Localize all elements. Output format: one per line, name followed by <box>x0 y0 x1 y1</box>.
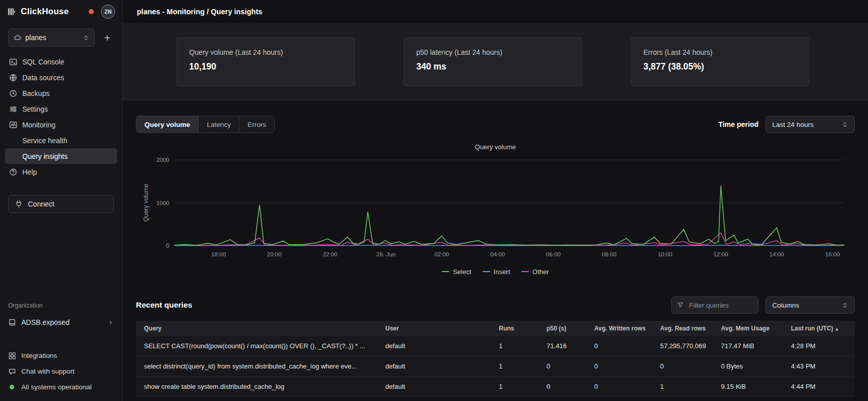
table-row[interactable]: SELECT CAST(round(pow(count() / max(coun… <box>136 336 855 356</box>
nav-label: Service health <box>22 137 67 145</box>
column-header[interactable]: Avg. Read rows <box>655 325 716 332</box>
column-header[interactable]: User <box>380 325 494 332</box>
time-period-value: Last 24 hours <box>772 121 814 128</box>
add-service-button[interactable] <box>100 30 114 45</box>
workspace-selector[interactable]: planes <box>8 28 95 47</box>
sidebar: ClickHouse ZN planes <box>0 0 123 401</box>
svg-text:14:00: 14:00 <box>769 251 784 257</box>
svg-text:0: 0 <box>166 243 169 249</box>
svg-text:Query volume: Query volume <box>142 184 150 222</box>
tab-errors[interactable]: Errors <box>239 116 274 132</box>
cell: 0 <box>589 342 655 350</box>
brand-name: ClickHouse <box>21 7 69 17</box>
sidebar-item-query-insights[interactable]: Query insights <box>5 148 117 164</box>
stat-value: 340 ms <box>416 61 569 72</box>
nav-label: Query insights <box>22 152 67 160</box>
column-header[interactable]: Query <box>136 325 380 332</box>
svg-text:20:00: 20:00 <box>267 251 282 257</box>
stats-band: Query volume (Last 24 hours) 10,190 p50 … <box>123 23 868 101</box>
integrations-item[interactable]: Integrations <box>0 348 122 363</box>
recent-queries-table: QueryUserRunsp50 (s)Avg. Written rowsAvg… <box>136 321 855 397</box>
legend-item[interactable]: Insert <box>483 267 511 276</box>
cell: default <box>380 342 494 350</box>
svg-text:06:00: 06:00 <box>546 251 561 257</box>
sidebar-item-sql-console[interactable]: SQL Console <box>5 54 117 70</box>
chat-support-item[interactable]: Chat with support <box>0 363 122 379</box>
cell-query: SELECT CAST(round(pow(count() / max(coun… <box>136 342 380 350</box>
sidebar-item-help[interactable]: Help <box>5 164 117 180</box>
clock-icon <box>9 89 17 97</box>
chart-title: Query volume <box>136 143 855 151</box>
legend-label: Insert <box>494 268 511 276</box>
cell: 0 <box>541 383 589 390</box>
columns-select[interactable]: Columns <box>766 296 855 314</box>
connect-label: Connect <box>28 200 54 208</box>
sidebar-footer: Integrations Chat with support All syste… <box>0 348 122 401</box>
sidebar-item-settings[interactable]: Settings <box>5 101 117 117</box>
stat-card-p50-latency: p50 latency (Last 24 hours) 340 ms <box>404 38 582 86</box>
organization-label: Organization <box>0 302 122 309</box>
stat-value: 10,190 <box>189 61 342 72</box>
cell: 0 <box>589 362 655 370</box>
time-period-select[interactable]: Last 24 hours <box>766 116 855 133</box>
organization-item[interactable]: ADSB.exposed <box>0 314 122 330</box>
table-row[interactable]: show create table system.distributed_cac… <box>136 377 855 397</box>
nav-label: Data sources <box>22 74 64 82</box>
svg-text:04:00: 04:00 <box>490 251 505 257</box>
query-volume-chart[interactable]: 01000200018:0020:0022:0028. Jun02:0004:0… <box>136 153 855 262</box>
status-ok-dot <box>10 385 14 389</box>
chart-tab-group: Query volume Latency Errors <box>136 116 275 133</box>
table-row[interactable]: select distrinct(query_id) from system.d… <box>136 356 855 377</box>
svg-text:22:00: 22:00 <box>323 251 338 257</box>
svg-text:12:00: 12:00 <box>713 251 728 257</box>
chevron-right-icon <box>107 319 114 326</box>
cell: 1 <box>494 383 541 390</box>
svg-text:02:00: 02:00 <box>435 251 449 257</box>
legend-label: Select <box>453 268 471 276</box>
cell: 9.15 KiB <box>716 383 786 390</box>
filter-queries-input[interactable] <box>688 301 748 310</box>
notification-dot[interactable] <box>89 9 94 14</box>
column-header[interactable]: Runs <box>494 325 541 332</box>
cell: 1 <box>494 342 541 350</box>
terminal-icon <box>9 58 17 66</box>
sidebar-item-backups[interactable]: Backups <box>5 85 117 101</box>
columns-label: Columns <box>772 302 799 309</box>
filter-queries-box <box>671 296 758 314</box>
column-header[interactable]: Avg. Mem Usage <box>716 325 786 332</box>
plus-icon <box>103 34 111 42</box>
cell: 0 <box>541 362 589 370</box>
organization-icon <box>8 318 16 326</box>
stat-card-query-volume: Query volume (Last 24 hours) 10,190 <box>176 38 355 86</box>
tab-query-volume[interactable]: Query volume <box>136 116 199 132</box>
cell: 0 <box>589 383 655 390</box>
connect-button[interactable]: Connect <box>8 195 114 213</box>
stat-label: Errors (Last 24 hours) <box>643 48 797 56</box>
monitoring-pulse-icon <box>9 121 17 129</box>
system-status-item[interactable]: All systems operational <box>0 379 122 395</box>
nav-label: Settings <box>22 105 48 113</box>
sidebar-item-data-sources[interactable]: Data sources <box>5 70 117 85</box>
cell: default <box>380 362 494 370</box>
stat-label: Query volume (Last 24 hours) <box>189 48 342 56</box>
footer-label: Integrations <box>21 352 57 359</box>
tab-latency[interactable]: Latency <box>199 116 239 132</box>
sidebar-item-service-health[interactable]: Service health <box>5 132 117 148</box>
cell: 71.416 <box>541 342 589 350</box>
sidebar-item-monitoring[interactable]: Monitoring <box>5 117 117 132</box>
column-header[interactable]: Last run (UTC)▴ <box>786 325 855 332</box>
svg-text:10:00: 10:00 <box>658 251 672 257</box>
status-label: All systems operational <box>21 383 92 391</box>
stat-card-errors: Errors (Last 24 hours) 3,877 (38.05%) <box>631 38 809 86</box>
plug-icon <box>15 200 23 208</box>
legend-item[interactable]: Select <box>442 267 471 276</box>
time-period-control: Time period Last 24 hours <box>718 116 855 133</box>
avatar[interactable]: ZN <box>101 5 115 19</box>
legend-item[interactable]: Other <box>521 267 549 276</box>
nav-label: Backups <box>22 89 50 97</box>
clickhouse-logo-icon <box>8 8 17 16</box>
column-header[interactable]: p50 (s) <box>541 325 589 332</box>
time-period-label: Time period <box>718 120 758 128</box>
cell: 57,295,770,069 <box>655 342 716 350</box>
column-header[interactable]: Avg. Written rows <box>589 325 655 332</box>
